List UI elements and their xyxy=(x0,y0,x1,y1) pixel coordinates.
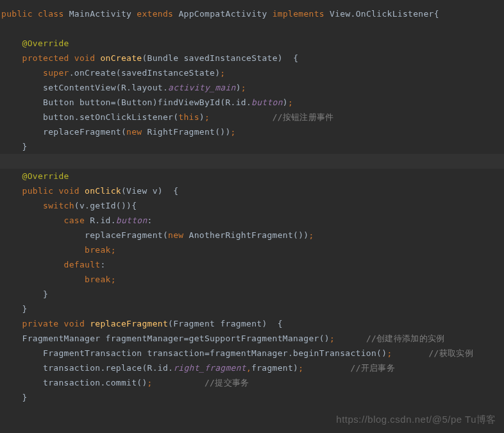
code-line[interactable]: } xyxy=(0,390,504,405)
params: (Fragment fragment) { xyxy=(168,319,283,328)
code-line[interactable]: transaction.replace(R.id.right_fragment,… xyxy=(0,361,504,375)
code-line[interactable]: @Override xyxy=(0,169,504,183)
brace: } xyxy=(22,142,28,151)
comment: //创建待添加的实例 xyxy=(366,334,445,343)
code-line[interactable]: replaceFragment(new AnotherRightFragment… xyxy=(0,228,504,242)
keyword: void xyxy=(74,53,96,63)
code-line[interactable]: FragmentTransaction transaction=fragment… xyxy=(0,346,504,361)
code-line[interactable]: break; xyxy=(0,242,504,257)
comment: //按钮注册事件 xyxy=(273,112,334,122)
close: ) xyxy=(236,83,241,92)
keyword-implements: implements xyxy=(273,9,324,19)
field: button xyxy=(251,98,283,107)
code-line[interactable] xyxy=(0,21,504,36)
code-line[interactable]: button.setOnClickListener(this); //按钮注册事… xyxy=(0,110,504,124)
semi: ; xyxy=(220,68,225,78)
code-line[interactable]: } xyxy=(0,139,504,154)
code: transaction.replace(R.id. xyxy=(43,363,173,373)
brace: } xyxy=(22,393,28,402)
semi: ; xyxy=(241,83,246,92)
keyword-public: public xyxy=(1,9,33,19)
type: View.OnClickListener{ xyxy=(330,9,439,19)
code: AnotherRightFragment()) xyxy=(183,230,308,240)
keyword: break xyxy=(85,275,111,284)
keyword: case xyxy=(64,216,85,225)
keyword: this xyxy=(178,112,199,122)
params: (v.getId()){ xyxy=(74,201,137,210)
semi: ; xyxy=(288,98,293,107)
code: FragmentManager fragmentManager=getSuppo… xyxy=(22,334,330,343)
code: RightFragment()) xyxy=(142,127,230,137)
keyword-extends: extends xyxy=(137,9,173,19)
keyword: void xyxy=(58,186,80,196)
keyword: default xyxy=(64,260,101,269)
brace: } xyxy=(22,304,28,314)
keyword: super xyxy=(43,68,69,78)
code: .onCreate(savedInstanceState) xyxy=(69,68,221,78)
code: FragmentTransaction transaction=fragment… xyxy=(43,348,387,358)
params: (View v) { xyxy=(121,186,178,196)
field: activity_main xyxy=(168,83,236,92)
keyword: switch xyxy=(43,201,74,210)
code-line[interactable]: public void onClick(View v) { xyxy=(0,183,504,198)
code-line[interactable]: } xyxy=(0,287,504,301)
code-line[interactable]: case R.id.button: xyxy=(0,213,504,228)
annotation: @Override xyxy=(22,38,69,48)
code-line[interactable]: } xyxy=(0,301,504,316)
code-line[interactable]: default: xyxy=(0,257,504,272)
semi: ; xyxy=(205,112,210,122)
comment: //提交事务 xyxy=(205,378,249,387)
code-line[interactable]: super.onCreate(savedInstanceState); xyxy=(0,65,504,80)
code: R.id. xyxy=(85,216,116,225)
code-line[interactable]: break; xyxy=(0,272,504,287)
code: transaction.commit() xyxy=(43,378,147,387)
code: setContentView(R.layout. xyxy=(43,83,168,92)
keyword: new xyxy=(126,127,142,137)
semi: ; xyxy=(309,230,314,240)
semi: ; xyxy=(298,363,303,373)
code-line[interactable]: protected void onCreate(Bundle savedInst… xyxy=(0,51,504,65)
close: ) xyxy=(199,112,205,122)
colon: : xyxy=(100,260,105,269)
watermark-text: https://blog.csdn.net/@5/pe Tu博客 xyxy=(336,412,496,427)
keyword: void xyxy=(64,319,85,328)
semi: ; xyxy=(147,378,153,387)
keyword-class: class xyxy=(38,9,64,19)
semi: ; xyxy=(111,275,116,284)
field: right_fragment xyxy=(173,363,246,373)
class-name: MainActivity xyxy=(69,9,132,19)
code-line[interactable]: FragmentManager fragmentManager=getSuppo… xyxy=(0,331,504,346)
code-line[interactable]: setContentView(R.layout.activity_main); xyxy=(0,80,504,95)
code-line[interactable]: switch(v.getId()){ xyxy=(0,198,504,213)
semi: ; xyxy=(111,245,116,255)
semi: ; xyxy=(330,334,335,343)
code-line[interactable]: replaceFragment(new RightFragment()); xyxy=(0,124,504,139)
code-line-current[interactable] xyxy=(0,154,504,169)
code-line[interactable]: transaction.commit(); //提交事务 xyxy=(0,375,504,390)
field: button xyxy=(116,216,147,225)
semi: ; xyxy=(387,348,392,358)
keyword: public xyxy=(22,186,54,196)
colon: : xyxy=(147,216,153,225)
code-line[interactable]: public class MainActivity extends AppCom… xyxy=(0,6,504,21)
close: ) xyxy=(283,98,288,107)
code: Button button=(Button)findViewById(R.id. xyxy=(43,98,251,107)
code: fragment) xyxy=(251,363,298,373)
code-line[interactable]: private void replaceFragment(Fragment fr… xyxy=(0,316,504,331)
method-name: onClick xyxy=(85,186,121,196)
keyword: protected xyxy=(22,53,69,63)
type: AppCompatActivity xyxy=(178,9,267,19)
params: (Bundle savedInstanceState) { xyxy=(142,53,298,63)
comma: , xyxy=(246,363,251,373)
semi: ; xyxy=(231,127,236,137)
keyword: break xyxy=(85,245,111,255)
comment: //开启事务 xyxy=(351,363,395,373)
code-line[interactable]: @Override xyxy=(0,36,504,51)
brace: } xyxy=(43,289,48,299)
code: replaceFragment( xyxy=(85,230,168,240)
annotation: @Override xyxy=(22,171,69,181)
method-name: replaceFragment xyxy=(90,319,168,328)
code: button.setOnClickListener( xyxy=(43,112,178,122)
keyword: private xyxy=(22,319,59,328)
code-line[interactable]: Button button=(Button)findViewById(R.id.… xyxy=(0,95,504,110)
